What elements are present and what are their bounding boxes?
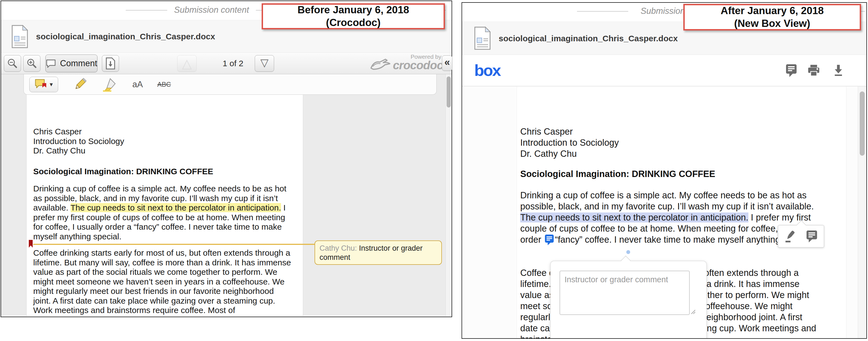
box-header-bar: box [462, 55, 866, 86]
submission-content-legend: Submission content [167, 4, 256, 17]
before-callout-line1: Before January 6, 2018 [297, 4, 409, 17]
collapse-icon: « [444, 57, 450, 68]
p1-blue-selection[interactable]: The cup needs to sit next to the percola… [520, 213, 748, 222]
doc-name-block: Chris Casper Introduction to Sociology D… [520, 126, 819, 159]
right-scrollbar-thumb[interactable] [860, 91, 865, 156]
comment-pin-tool-button[interactable]: ▾ [29, 77, 58, 92]
before-callout-line2: (Crocodoc) [326, 17, 380, 29]
p1-after-part2: “fancy” coffee. I never take time to mak… [555, 235, 813, 245]
document-viewport[interactable]: Chris Casper Introduction to Sociology D… [1, 74, 452, 316]
after-callout-line1: After January 6, 2018 [721, 4, 824, 17]
p1-before: Drinking a cup of coffee is a simple act… [520, 190, 814, 211]
doc-heading: Sociological Imagination: DRINKING COFFE… [520, 169, 715, 179]
comment-input[interactable] [560, 271, 690, 315]
comment-tool-icon[interactable] [805, 230, 818, 243]
file-name: sociological_imagination_Chris_Casper.do… [36, 20, 215, 53]
comment-popup: Cancel Post [550, 261, 707, 338]
doc-course: Introduction to Sociology [33, 136, 293, 146]
doc-heading: Sociological Imagination: DRINKING COFFE… [33, 167, 213, 176]
download-icon[interactable] [833, 64, 844, 76]
after-callout-line2: (New Box View) [734, 17, 810, 30]
crocodoc-toolbar: Comment △ 1 of 2 ▽ Powered by crocodoc « [1, 53, 452, 74]
annotate-comment-icon[interactable] [785, 64, 797, 78]
document-page: Chris Casper Introduction to Sociology D… [26, 74, 303, 316]
zoom-out-icon [7, 58, 18, 69]
doc-instructor: Dr. Cathy Chu [520, 148, 819, 159]
comment-pin-icon [35, 79, 48, 90]
comment-button[interactable]: Comment [45, 55, 97, 72]
highlighter-tool-icon[interactable] [102, 77, 118, 92]
doc-author: Chris Casper [520, 126, 819, 137]
crocodoc-logo: Powered by crocodoc [369, 53, 441, 74]
resize-handle-icon[interactable] [690, 309, 696, 314]
strikeout-tool[interactable]: ABC [157, 81, 171, 88]
doc-paragraph-1: Drinking a cup of coffee is a simple act… [520, 190, 819, 245]
crocodoc-viewer-panel: Submission content Before January 6, 201… [1, 1, 452, 317]
before-callout: Before January 6, 2018 (Crocodoc) [261, 3, 445, 29]
pin-dropdown-caret: ▾ [50, 81, 53, 88]
highlight-tool-icon[interactable] [784, 230, 797, 243]
collapse-panel-button[interactable]: « [442, 55, 453, 71]
document-viewport[interactable]: Chris Casper Introduction to Sociology D… [462, 86, 866, 338]
print-icon[interactable] [808, 64, 820, 76]
annotation-toolbar: ▾ aA ABC [24, 74, 437, 95]
comment-button-label: Comment [60, 58, 97, 68]
after-callout: After January 6, 2018 (New Box View) [683, 4, 861, 30]
crocodile-icon [369, 57, 391, 71]
zoom-in-icon [26, 58, 37, 69]
doc-paragraph-2: Coffee drinking starts early for most of… [33, 248, 293, 315]
doc-name-block: Chris Casper Introduction to Sociology D… [33, 127, 293, 156]
file-name: sociological_imagination_Chris_Casper.do… [499, 22, 678, 55]
box-view-panel: Submission content After January 6, 2018… [462, 2, 867, 339]
zoom-out-button[interactable] [4, 55, 21, 72]
comment-connector-line [33, 244, 314, 245]
text-tool[interactable]: aA [132, 80, 143, 90]
next-page-icon: ▽ [260, 57, 268, 69]
box-logo[interactable]: box [474, 61, 500, 80]
page-indicator: 1 of 2 [223, 53, 243, 74]
comment-anchor-flag-icon[interactable] [28, 239, 33, 248]
doc-paragraph-1: Drinking a cup of coffee is a simple act… [33, 184, 293, 241]
download-button[interactable] [102, 55, 119, 72]
next-page-button[interactable]: ▽ [255, 55, 274, 72]
comment-author: Cathy Chu: [319, 244, 357, 252]
comment-bubble-icon [46, 58, 56, 68]
left-scrollbar-track[interactable] [445, 74, 452, 316]
prev-page-icon: △ [182, 56, 192, 71]
margin-comment-card[interactable]: Cathy Chu: Instructor or grader comment [314, 241, 442, 265]
point-comment-marker-icon[interactable] [544, 234, 555, 245]
right-scrollbar-track[interactable] [858, 86, 866, 338]
pencil-tool-icon[interactable] [72, 77, 88, 92]
document-file-icon [474, 26, 491, 50]
comment-anchor-dot [626, 250, 630, 254]
crocodoc-brand-label: crocodoc [393, 60, 441, 71]
prev-page-button[interactable]: △ [177, 55, 196, 72]
selection-toolbar [778, 225, 824, 248]
document-file-icon [11, 25, 28, 49]
doc-course: Introduction to Sociology [520, 137, 819, 148]
doc-author: Chris Casper [33, 127, 293, 136]
download-page-icon [105, 57, 116, 69]
left-scrollbar-thumb[interactable] [446, 76, 451, 107]
zoom-in-button[interactable] [23, 55, 40, 72]
doc-instructor: Dr. Cathy Chu [33, 146, 293, 156]
p1-yellow-highlight[interactable]: The cup needs to sit next to the percola… [71, 203, 281, 212]
